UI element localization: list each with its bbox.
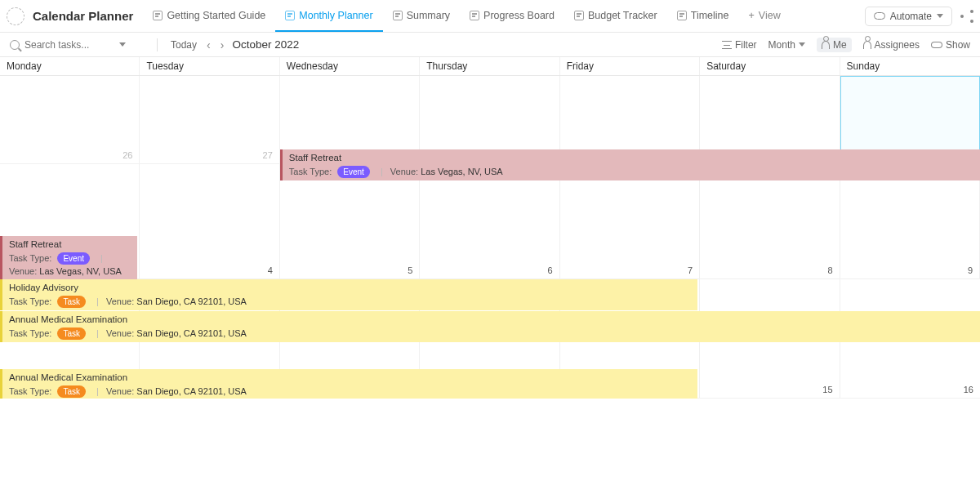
people-icon (863, 41, 871, 49)
task-type-pill: Task (57, 385, 86, 399)
venue-value: San Diego, CA 92101, USA (136, 328, 247, 338)
show-label: Show (946, 39, 970, 51)
day-cell[interactable]: 9 (840, 164, 980, 279)
automate-button[interactable]: Automate (865, 7, 952, 26)
task-type-pill: Task (57, 327, 86, 341)
day-header: Monday (0, 57, 140, 75)
day-header: Thursday (420, 57, 559, 75)
day-cell[interactable]: 26 (0, 76, 140, 164)
day-cell[interactable]: 7 (560, 164, 700, 279)
automate-label: Automate (890, 11, 932, 22)
next-month-button[interactable]: › (216, 38, 229, 51)
person-icon (822, 41, 830, 49)
sheet-icon (574, 11, 584, 20)
event-title: Staff Retreat (289, 152, 975, 165)
doc-icon (153, 11, 163, 20)
filter-button[interactable]: Filter (722, 39, 757, 51)
show-button[interactable]: Show (931, 39, 970, 51)
date-number: 7 (688, 265, 693, 275)
event-annual-medical-cont[interactable]: Annual Medical Examination Task Type: Ta… (0, 369, 697, 399)
calendar-toolbar: Today ‹ › October 2022 Filter Month Me A… (0, 33, 980, 57)
add-view-button[interactable]: +View (739, 0, 791, 32)
tab-getting-started[interactable]: Getting Started Guide (143, 0, 275, 32)
top-bar: Calendar Planner Getting Started Guide M… (0, 0, 980, 33)
tab-budget-tracker[interactable]: Budget Tracker (564, 0, 667, 32)
filter-label: Filter (735, 39, 757, 51)
date-number: 9 (968, 265, 973, 275)
task-type-label: Task Type: (9, 386, 51, 396)
tab-monthly-planner[interactable]: Monthly Planner (275, 0, 382, 32)
event-type-pill: Event (337, 166, 370, 179)
month-dd-label: Month (768, 39, 795, 51)
day-cell[interactable]: 6 (420, 164, 559, 279)
day-cell[interactable]: 4 (140, 164, 279, 279)
calendar-icon (285, 11, 295, 20)
add-view-label: View (759, 10, 781, 21)
venue-value: San Diego, CA 92101, USA (136, 296, 247, 306)
task-type-label: Task Type: (289, 167, 332, 176)
calendar: Monday Tuesday Wednesday Thursday Friday… (0, 57, 980, 399)
day-cell[interactable]: 27 (140, 76, 279, 164)
calendar-week: 3 4 5 6 7 8 9 (0, 164, 980, 279)
day-header: Sunday (840, 57, 980, 75)
venue-value: Las Vegas, NV, USA (421, 167, 503, 176)
date-number: 4 (268, 265, 273, 275)
search-wrap (10, 39, 149, 51)
date-number: 6 (548, 265, 553, 275)
day-cell[interactable]: 5 (280, 164, 420, 279)
month-dropdown[interactable]: Month (768, 39, 805, 51)
plus-icon: + (749, 10, 755, 21)
app-logo-icon (7, 7, 24, 25)
event-title: Annual Medical Examination (9, 372, 693, 385)
event-title: Holiday Advisory (9, 282, 693, 295)
toolbar-right: Filter Month Me Assignees Show (722, 38, 970, 52)
venue-label: Venue: (106, 386, 134, 396)
task-type-label: Task Type: (9, 328, 51, 338)
chevron-down-icon (937, 14, 943, 18)
event-annual-medical[interactable]: Annual Medical Examination Task Type: Ta… (0, 311, 980, 342)
me-filter[interactable]: Me (817, 38, 852, 52)
tab-label: Progress Board (483, 10, 555, 21)
venue-label: Venue: (390, 167, 418, 176)
day-header: Friday (560, 57, 700, 75)
search-icon (10, 40, 20, 50)
tab-timeline[interactable]: Timeline (667, 0, 739, 32)
prev-month-button[interactable]: ‹ (202, 38, 216, 51)
task-type-label: Task Type: (9, 296, 51, 306)
event-type-pill: Event (57, 252, 90, 265)
date-number: 5 (408, 265, 412, 275)
page-title: Calendar Planner (33, 9, 133, 23)
chevron-down-icon[interactable] (119, 42, 126, 47)
today-button[interactable]: Today (166, 39, 202, 51)
event-staff-retreat[interactable]: Staff Retreat Task Type: Event | Venue: … (280, 149, 980, 180)
list-icon (393, 11, 403, 20)
tab-summary[interactable]: Summary (383, 0, 460, 32)
event-staff-retreat-cont[interactable]: Staff Retreat Task Type: Event | Venue: … (0, 236, 137, 280)
event-title: Staff Retreat (9, 238, 132, 252)
event-meta: Task Type: Task | Venue: San Diego, CA 9… (9, 327, 975, 341)
day-cell[interactable]: 8 (700, 164, 840, 279)
venue-label: Venue: (106, 328, 134, 338)
assignees-button[interactable]: Assignees (863, 39, 920, 51)
event-meta: Task Type: Event | Venue: Las Vegas, NV,… (289, 166, 975, 179)
task-type-pill: Task (57, 296, 86, 309)
date-number: 27 (263, 150, 273, 160)
event-meta: Task Type: Event | (9, 252, 132, 265)
search-input[interactable] (24, 39, 114, 51)
tab-label: Summary (407, 10, 450, 21)
task-type-label: Task Type: (9, 253, 51, 263)
automate-icon (874, 12, 885, 20)
me-label: Me (833, 39, 847, 51)
event-meta: Task Type: Task | Venue: San Diego, CA 9… (9, 385, 693, 399)
venue-value: San Diego, CA 92101, USA (136, 386, 247, 396)
tab-label: Monthly Planner (299, 10, 372, 21)
share-icon[interactable] (960, 10, 973, 23)
tab-label: Timeline (691, 10, 729, 21)
tab-progress-board[interactable]: Progress Board (460, 0, 564, 32)
board-icon (470, 11, 479, 20)
chevron-down-icon (799, 42, 805, 47)
venue-label: Venue: (9, 266, 37, 276)
day-header: Wednesday (280, 57, 420, 75)
timeline-icon (677, 11, 687, 20)
event-holiday-advisory[interactable]: Holiday Advisory Task Type: Task | Venue… (0, 279, 697, 310)
